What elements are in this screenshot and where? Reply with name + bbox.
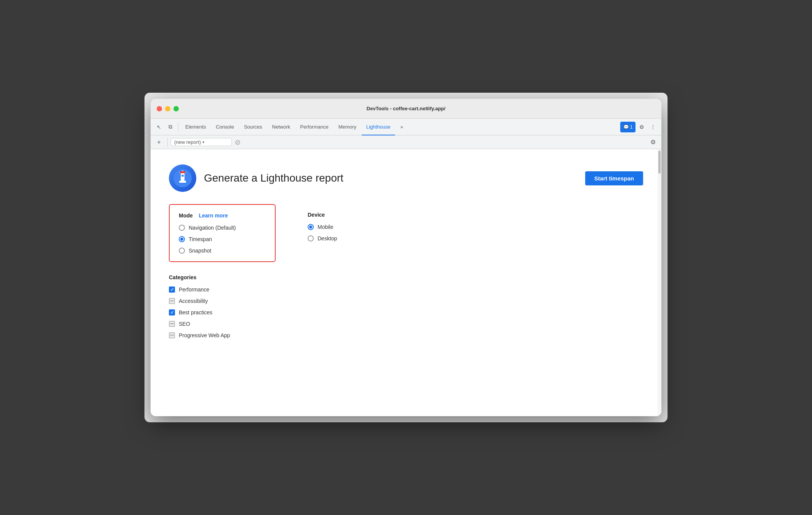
timespan-radio[interactable] bbox=[179, 236, 185, 242]
category-accessibility[interactable]: Accessibility bbox=[169, 298, 643, 304]
tab-more[interactable]: » bbox=[396, 119, 408, 135]
accessibility-checkbox[interactable] bbox=[169, 298, 175, 304]
tab-network[interactable]: Network bbox=[268, 119, 295, 135]
desktop-radio[interactable] bbox=[308, 235, 314, 241]
lighthouse-logo bbox=[169, 164, 196, 192]
cancel-icon[interactable]: ⊘ bbox=[233, 137, 242, 148]
chat-badge[interactable]: 💬 1 bbox=[620, 122, 635, 132]
mode-timespan-option[interactable]: Timespan bbox=[179, 236, 266, 242]
svg-rect-4 bbox=[181, 175, 184, 177]
traffic-lights bbox=[157, 106, 179, 111]
categories-title: Categories bbox=[169, 274, 643, 280]
device-desktop-option[interactable]: Desktop bbox=[308, 235, 337, 241]
close-button[interactable] bbox=[157, 106, 162, 111]
toolbar-settings-icon[interactable]: ⚙ bbox=[648, 137, 658, 148]
cursor-icon[interactable]: ↖ bbox=[154, 122, 164, 132]
category-performance[interactable]: Performance bbox=[169, 286, 643, 293]
categories-section: Categories Performance Accessibility Bes… bbox=[169, 274, 643, 338]
add-report-button[interactable]: + bbox=[154, 137, 164, 148]
mode-radio-group: Navigation (Default) Timespan Snapshot bbox=[179, 225, 266, 254]
tab-performance[interactable]: Performance bbox=[295, 119, 333, 135]
layers-icon[interactable]: ⧉ bbox=[165, 122, 176, 132]
snapshot-radio[interactable] bbox=[179, 248, 185, 254]
pwa-checkbox[interactable] bbox=[169, 332, 175, 338]
mode-section: Mode Learn more Navigation (Default) Tim… bbox=[169, 204, 276, 262]
categories-checkbox-group: Performance Accessibility Best practices… bbox=[169, 286, 643, 338]
performance-checkbox[interactable] bbox=[169, 286, 175, 293]
more-icon[interactable]: ⋮ bbox=[648, 122, 658, 132]
devtools-tabs: ↖ ⧉ Elements Console Sources Network Per… bbox=[151, 119, 661, 135]
navigation-radio[interactable] bbox=[179, 225, 185, 231]
device-radio-group: Mobile Desktop bbox=[308, 224, 337, 241]
scrollbar-thumb[interactable] bbox=[658, 151, 661, 174]
lighthouse-logo-svg bbox=[173, 169, 192, 187]
tab-sources[interactable]: Sources bbox=[239, 119, 267, 135]
mobile-radio[interactable] bbox=[308, 224, 314, 230]
category-pwa[interactable]: Progressive Web App bbox=[169, 332, 643, 338]
tab-lighthouse[interactable]: Lighthouse bbox=[362, 119, 395, 135]
toolbar-row: + (new report) ▾ ⊘ ⚙ bbox=[151, 135, 661, 149]
window-title: DevTools - coffee-cart.netlify.app/ bbox=[367, 106, 446, 111]
start-timespan-button[interactable]: Start timespan bbox=[585, 171, 643, 185]
category-seo[interactable]: SEO bbox=[169, 321, 643, 327]
device-section: Device Mobile Desktop bbox=[298, 204, 346, 262]
maximize-button[interactable] bbox=[173, 106, 179, 111]
mode-device-row: Mode Learn more Navigation (Default) Tim… bbox=[169, 204, 643, 262]
seo-checkbox[interactable] bbox=[169, 321, 175, 327]
category-best-practices[interactable]: Best practices bbox=[169, 309, 643, 315]
svg-rect-5 bbox=[179, 181, 186, 183]
learn-more-link[interactable]: Learn more bbox=[199, 212, 228, 219]
dropdown-icon: ▾ bbox=[202, 140, 204, 144]
header-left: Generate a Lighthouse report bbox=[169, 164, 343, 192]
tab-memory[interactable]: Memory bbox=[334, 119, 361, 135]
tab-divider bbox=[178, 122, 178, 132]
chat-icon: 💬 bbox=[623, 124, 629, 130]
mode-title: Mode Learn more bbox=[179, 212, 266, 219]
title-bar: DevTools - coffee-cart.netlify.app/ bbox=[151, 99, 661, 119]
scrollbar[interactable] bbox=[658, 149, 661, 416]
mode-navigation-option[interactable]: Navigation (Default) bbox=[179, 225, 266, 231]
svg-rect-3 bbox=[180, 171, 185, 173]
device-mobile-option[interactable]: Mobile bbox=[308, 224, 337, 230]
page-title: Generate a Lighthouse report bbox=[204, 172, 343, 184]
device-title: Device bbox=[308, 212, 337, 218]
tab-elements[interactable]: Elements bbox=[181, 119, 210, 135]
settings-icon[interactable]: ⚙ bbox=[636, 122, 647, 132]
mode-snapshot-option[interactable]: Snapshot bbox=[179, 248, 266, 254]
header-section: Generate a Lighthouse report Start times… bbox=[169, 164, 643, 192]
svg-rect-1 bbox=[181, 173, 185, 181]
tab-console[interactable]: Console bbox=[211, 119, 239, 135]
best-practices-checkbox[interactable] bbox=[169, 309, 175, 315]
minimize-button[interactable] bbox=[165, 106, 170, 111]
report-selector[interactable]: (new report) ▾ bbox=[171, 138, 232, 146]
main-content: Generate a Lighthouse report Start times… bbox=[151, 149, 661, 416]
toolbar-divider bbox=[167, 138, 168, 147]
